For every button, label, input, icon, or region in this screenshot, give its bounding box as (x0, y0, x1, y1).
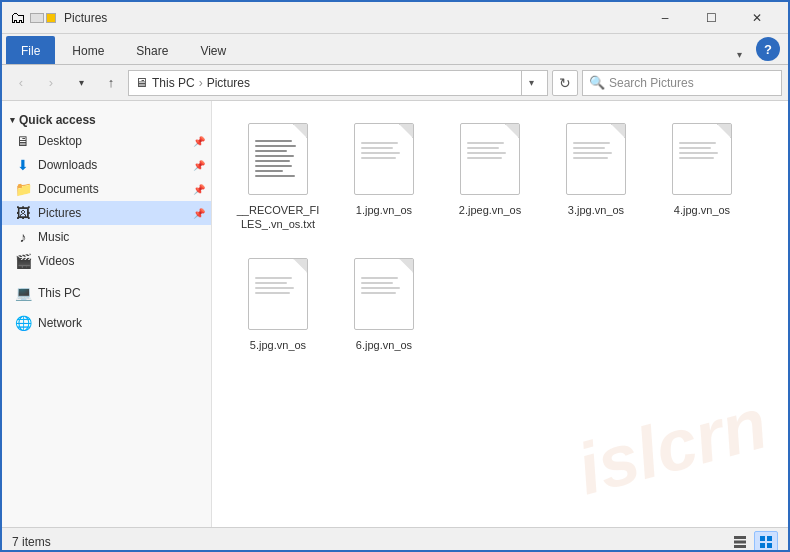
sidebar-item-thispc[interactable]: 💻 This PC (2, 281, 211, 305)
close-button[interactable]: ✕ (734, 2, 780, 34)
address-bar: ‹ › ▾ ↑ 🖥 This PC › Pictures ▾ ↻ 🔍 Searc… (2, 65, 788, 101)
tab-view[interactable]: View (185, 36, 241, 64)
sidebar-item-desktop[interactable]: 🖥 Desktop 📌 (2, 129, 211, 153)
sidebar-item-videos[interactable]: 🎬 Videos (2, 249, 211, 273)
item-count: 7 items (12, 535, 51, 549)
breadcrumb-pictures[interactable]: Pictures (207, 76, 250, 90)
files-grid: __RECOVER_FILES_.vn_os.txt 1.jp (228, 111, 772, 360)
main-area: ▾ Quick access 🖥 Desktop 📌 ⬇ Downloads 📌… (2, 101, 788, 527)
dropdown-recent-button[interactable]: ▾ (68, 70, 94, 96)
refresh-button[interactable]: ↻ (552, 70, 578, 96)
desktop-icon: 🖥 (14, 133, 32, 149)
large-icons-view-button[interactable] (754, 531, 778, 553)
file-item-6[interactable]: 6.jpg.vn_os (334, 246, 434, 360)
address-dropdown-button[interactable]: ▾ (521, 70, 541, 96)
file-icon-3 (560, 119, 632, 199)
file-item-2[interactable]: 2.jpeg.vn_os (440, 111, 540, 240)
quick-access-label: Quick access (19, 113, 96, 127)
ribbon-collapse-icon[interactable]: ▾ (727, 45, 752, 64)
file-item-1[interactable]: 1.jpg.vn_os (334, 111, 434, 240)
pictures-pin-icon: 📌 (193, 208, 205, 219)
search-icon: 🔍 (589, 75, 605, 90)
network-icon: 🌐 (14, 315, 32, 331)
svg-rect-0 (734, 536, 746, 539)
quick-access-expand-icon: ▾ (10, 115, 15, 125)
maximize-button[interactable]: ☐ (688, 2, 734, 34)
file-icon-recover (242, 119, 314, 199)
documents-icon: 📁 (14, 181, 32, 197)
pictures-icon: 🖼 (14, 205, 32, 221)
address-icon: 🖥 (135, 75, 148, 90)
sidebar-label-desktop: Desktop (38, 134, 189, 148)
sidebar-label-documents: Documents (38, 182, 189, 196)
view-buttons (728, 531, 778, 553)
tab-file[interactable]: File (6, 36, 55, 64)
sidebar-item-pictures[interactable]: 🖼 Pictures 📌 (2, 201, 211, 225)
details-view-button[interactable] (728, 531, 752, 553)
help-button[interactable]: ? (756, 37, 780, 61)
status-bar: 7 items (2, 527, 788, 552)
quick-access-group[interactable]: ▾ Quick access (2, 107, 211, 129)
breadcrumb-thispc[interactable]: This PC (152, 76, 195, 90)
sidebar-item-music[interactable]: ♪ Music (2, 225, 211, 249)
sidebar-label-network: Network (38, 316, 205, 330)
ribbon: File Home Share View ▾ ? (2, 34, 788, 65)
sidebar-item-documents[interactable]: 📁 Documents 📌 (2, 177, 211, 201)
file-item-5[interactable]: 5.jpg.vn_os (228, 246, 328, 360)
title-bar-icon: 🗂 (10, 9, 56, 27)
thispc-icon: 💻 (14, 285, 32, 301)
downloads-pin-icon: 📌 (193, 160, 205, 171)
file-icon-5 (242, 254, 314, 334)
downloads-icon: ⬇ (14, 157, 32, 173)
tab-home[interactable]: Home (57, 36, 119, 64)
watermark: islcrn (569, 382, 776, 511)
search-placeholder: Search Pictures (609, 76, 694, 90)
file-icon-4 (666, 119, 738, 199)
file-item-recover[interactable]: __RECOVER_FILES_.vn_os.txt (228, 111, 328, 240)
file-name-6: 6.jpg.vn_os (356, 338, 412, 352)
file-area: islcrn (212, 101, 788, 527)
window-controls: – ☐ ✕ (642, 2, 780, 34)
forward-button[interactable]: › (38, 70, 64, 96)
ribbon-tabs: File Home Share View ▾ ? (2, 34, 788, 64)
sidebar: ▾ Quick access 🖥 Desktop 📌 ⬇ Downloads 📌… (2, 101, 212, 527)
file-icon-6 (348, 254, 420, 334)
sidebar-label-downloads: Downloads (38, 158, 189, 172)
file-name-4: 4.jpg.vn_os (674, 203, 730, 217)
file-name-recover: __RECOVER_FILES_.vn_os.txt (234, 203, 322, 232)
sidebar-label-videos: Videos (38, 254, 205, 268)
sidebar-label-pictures: Pictures (38, 206, 189, 220)
up-button[interactable]: ↑ (98, 70, 124, 96)
sidebar-label-music: Music (38, 230, 205, 244)
file-icon-2 (454, 119, 526, 199)
videos-icon: 🎬 (14, 253, 32, 269)
sidebar-label-thispc: This PC (38, 286, 205, 300)
file-name-1: 1.jpg.vn_os (356, 203, 412, 217)
svg-rect-2 (734, 545, 746, 548)
window-title: Pictures (64, 11, 642, 25)
svg-rect-4 (767, 536, 772, 541)
desktop-pin-icon: 📌 (193, 136, 205, 147)
svg-rect-6 (767, 543, 772, 548)
back-button[interactable]: ‹ (8, 70, 34, 96)
breadcrumb-sep: › (199, 76, 203, 90)
search-box[interactable]: 🔍 Search Pictures (582, 70, 782, 96)
documents-pin-icon: 📌 (193, 184, 205, 195)
tab-share[interactable]: Share (121, 36, 183, 64)
file-name-2: 2.jpeg.vn_os (459, 203, 521, 217)
svg-rect-3 (760, 536, 765, 541)
svg-rect-1 (734, 540, 746, 543)
window-small-icons (30, 13, 56, 23)
sidebar-item-downloads[interactable]: ⬇ Downloads 📌 (2, 153, 211, 177)
music-icon: ♪ (14, 229, 32, 245)
file-item-4[interactable]: 4.jpg.vn_os (652, 111, 752, 240)
window-icon: 🗂 (10, 9, 26, 27)
file-name-3: 3.jpg.vn_os (568, 203, 624, 217)
svg-rect-5 (760, 543, 765, 548)
title-bar: 🗂 Pictures – ☐ ✕ (2, 2, 788, 34)
minimize-button[interactable]: – (642, 2, 688, 34)
sidebar-item-network[interactable]: 🌐 Network (2, 311, 211, 335)
address-box[interactable]: 🖥 This PC › Pictures ▾ (128, 70, 548, 96)
file-item-3[interactable]: 3.jpg.vn_os (546, 111, 646, 240)
file-icon-1 (348, 119, 420, 199)
